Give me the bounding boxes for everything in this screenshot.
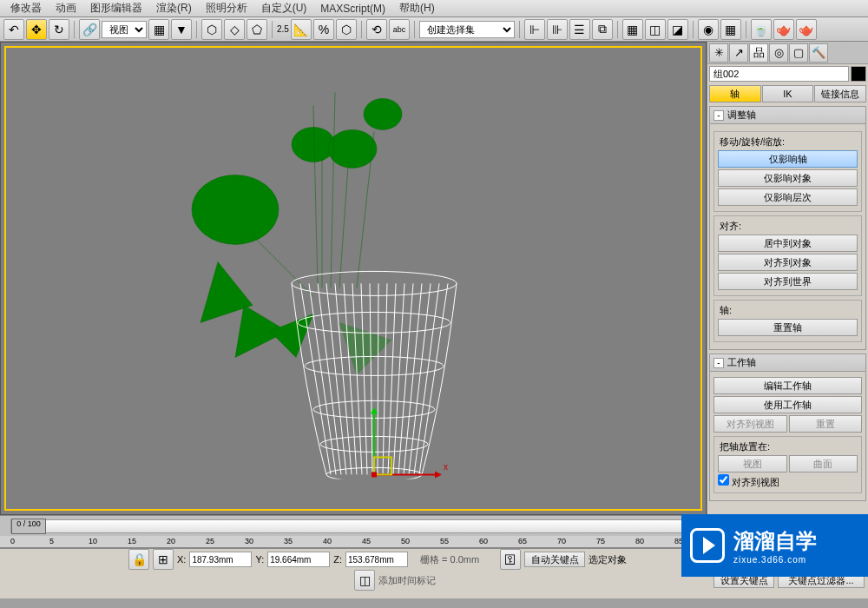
menu-bar: 修改器 动画 图形编辑器 渲染(R) 照明分析 自定义(U) MAXScript… [0, 0, 868, 17]
pivot-tab[interactable]: 轴 [709, 85, 761, 102]
reset-wp-button: 重置 [789, 415, 863, 433]
x-coord-field[interactable] [189, 552, 252, 567]
menu-animation[interactable]: 动画 [49, 1, 83, 16]
working-pivot-rollout: -工作轴 编辑工作轴 使用工作轴 对齐到视图 重置 把轴放置在: 视图 曲面 对… [709, 354, 866, 501]
svg-text:x: x [444, 462, 448, 472]
affect-hierarchy-button[interactable]: 仅影响层次 [718, 188, 858, 206]
menu-customize[interactable]: 自定义(U) [254, 1, 314, 16]
layer-tool[interactable]: ☰ [569, 19, 590, 40]
create-tab-icon[interactable]: ✳ [709, 43, 728, 63]
group-tool[interactable]: ⧉ [592, 19, 613, 40]
z-coord-field[interactable] [345, 552, 408, 567]
command-panel: ✳ ↗ 品 ◎ ▢ 🔨 轴 IK 链接信息 -调整轴 移动/旋转/缩放: 仅影响… [707, 42, 868, 515]
snap-toggle[interactable]: ⬡ [201, 19, 222, 40]
env-tool[interactable]: ▦ [720, 19, 741, 40]
svg-point-3 [364, 98, 402, 129]
render-frame[interactable]: ◪ [667, 19, 688, 40]
svg-point-0 [192, 175, 279, 244]
display-tab-icon[interactable]: ▢ [789, 43, 808, 63]
auto-key-button[interactable]: 自动关键点 [524, 552, 585, 567]
align-tool[interactable]: ⊩ [524, 19, 545, 40]
add-time-tag-label: 添加时间标记 [378, 574, 436, 587]
timeline-slider[interactable]: 0 / 100 [11, 519, 46, 534]
grid-label: 栅格 = 0.0mm [420, 553, 479, 566]
svg-marker-31 [435, 471, 442, 478]
spinner-tool[interactable]: ⬡ [336, 19, 357, 40]
menu-maxscript[interactable]: MAXScript(M) [313, 3, 392, 15]
menu-graph-editors[interactable]: 图形编辑器 [83, 1, 149, 16]
svg-line-22 [404, 283, 422, 474]
align-to-view-button: 对齐到视图 [713, 415, 787, 433]
align2-tool[interactable]: ⊪ [547, 19, 568, 40]
align-to-view-checkbox[interactable] [718, 474, 729, 486]
selection-set-dropdown[interactable]: 创建选择集 [419, 21, 515, 38]
snap-options[interactable]: 📐 [291, 19, 312, 40]
hierarchy-tab-icon[interactable]: 品 [749, 43, 768, 63]
edit-working-pivot-button[interactable]: 编辑工作轴 [713, 377, 862, 394]
coord-mode-icon[interactable]: ⊞ [153, 549, 174, 570]
teapot2-tool[interactable]: 🫖 [773, 19, 794, 40]
key-icon[interactable]: ⚿ [500, 549, 521, 570]
use-working-pivot-button[interactable]: 使用工作轴 [713, 396, 862, 413]
menu-modifier[interactable]: 修改器 [3, 1, 49, 16]
align-to-world-button[interactable]: 对齐到世界 [718, 273, 858, 290]
filter-tool[interactable]: ▼ [171, 19, 192, 40]
adjust-pivot-title: 调整轴 [727, 109, 756, 122]
abc-tool[interactable]: abc [389, 19, 410, 40]
place-view-button: 视图 [718, 455, 787, 473]
reset-pivot-button[interactable]: 重置轴 [718, 319, 858, 336]
svg-line-25 [419, 283, 448, 474]
play-icon [690, 528, 725, 563]
move-tool[interactable]: ✥ [26, 19, 47, 40]
percent-tool[interactable]: % [313, 19, 334, 40]
x-label: X: [177, 554, 186, 565]
svg-point-6 [292, 271, 457, 295]
viewport[interactable]: x [0, 42, 707, 515]
z-label: Z: [333, 554, 342, 565]
teapot3-tool[interactable]: 🫖 [796, 19, 817, 40]
place-surface-button: 曲面 [789, 455, 858, 473]
object-name-field[interactable] [709, 66, 849, 82]
snap-value-label: 2.5 [277, 24, 289, 34]
undo-button[interactable]: ↶ [3, 19, 24, 40]
scene-content: x [114, 62, 513, 479]
svg-line-21 [398, 283, 413, 474]
svg-point-2 [328, 129, 377, 168]
menu-render[interactable]: 渲染(R) [149, 1, 199, 16]
move-section-label: 移动/旋转/缩放: [718, 135, 786, 149]
pivot-section-label: 轴: [718, 304, 733, 317]
material-tool[interactable]: ▦ [622, 19, 643, 40]
center-to-object-button[interactable]: 居中到对象 [718, 235, 858, 252]
affect-pivot-only-button[interactable]: 仅影响轴 [718, 150, 858, 168]
align-to-object-button[interactable]: 对齐到对象 [718, 254, 858, 271]
watermark-title: 溜溜自学 [733, 527, 817, 555]
select-tool[interactable]: ▦ [148, 19, 169, 40]
object-color-swatch[interactable] [851, 66, 866, 82]
ik-tab[interactable]: IK [762, 85, 814, 102]
place-pivot-label: 把轴放置在: [718, 440, 772, 453]
render-tool[interactable]: ◉ [698, 19, 719, 40]
angle-snap[interactable]: ◇ [224, 19, 245, 40]
y-coord-field[interactable] [267, 552, 330, 567]
selected-label: 选定对象 [589, 553, 649, 566]
rotate-tool[interactable]: ↻ [49, 19, 69, 40]
percent-snap[interactable]: ⬠ [247, 19, 267, 40]
modify-tab-icon[interactable]: ↗ [729, 43, 748, 63]
menu-help[interactable]: 帮助(H) [392, 1, 442, 16]
tag-icon[interactable]: ◫ [354, 570, 375, 591]
watermark-url: zixue.3d66.com [733, 555, 817, 565]
mirror-tool[interactable]: ⟲ [366, 19, 387, 40]
view-dropdown[interactable]: 视图 [102, 21, 147, 38]
link-info-tab[interactable]: 链接信息 [814, 85, 866, 102]
menu-lighting[interactable]: 照明分析 [199, 1, 254, 16]
watermark: 溜溜自学 zixue.3d66.com [681, 514, 868, 577]
main-toolbar: ↶ ✥ ↻ 🔗 视图 ▦ ▼ ⬡ ◇ ⬠ 2.5 📐 % ⬡ ⟲ abc 创建选… [0, 17, 868, 42]
svg-line-8 [300, 283, 331, 474]
lock-icon[interactable]: 🔒 [128, 549, 149, 570]
render-setup[interactable]: ◫ [645, 19, 666, 40]
utilities-tab-icon[interactable]: 🔨 [809, 43, 828, 63]
link-tool[interactable]: 🔗 [79, 19, 100, 40]
affect-object-only-button[interactable]: 仅影响对象 [718, 169, 858, 187]
motion-tab-icon[interactable]: ◎ [769, 43, 788, 63]
teapot-tool[interactable]: 🍵 [751, 19, 772, 40]
